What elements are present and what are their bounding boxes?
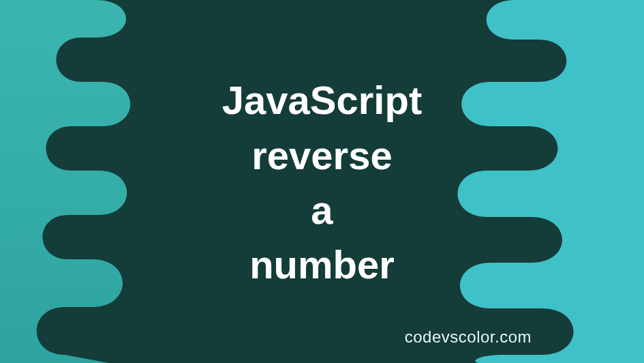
title-line-4: number	[249, 242, 395, 288]
title-line-1: JavaScript	[222, 77, 422, 124]
title-line-3: a	[311, 187, 333, 233]
banner-image: JavaScript reverse a number codevscolor.…	[0, 0, 644, 363]
watermark-text: codevscolor.com	[405, 328, 532, 347]
title-line-2: reverse	[251, 132, 392, 179]
title-block: JavaScript reverse a number	[0, 0, 644, 363]
